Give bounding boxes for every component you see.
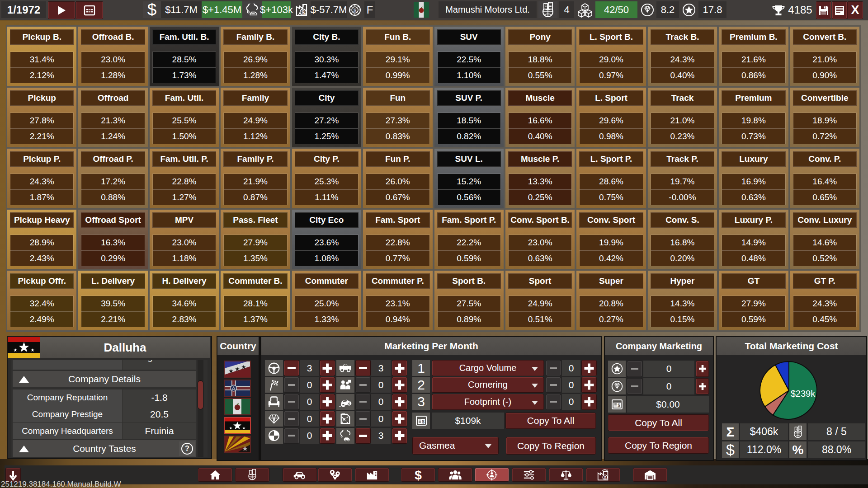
svg-text:$: $: [618, 403, 620, 408]
svg-text:$: $: [301, 9, 305, 15]
svg-text:$: $: [415, 469, 422, 481]
svg-text:$239k: $239k: [791, 389, 816, 399]
svg-text:$: $: [604, 474, 607, 479]
svg-text:$: $: [422, 419, 425, 424]
svg-text:$: $: [354, 7, 356, 13]
